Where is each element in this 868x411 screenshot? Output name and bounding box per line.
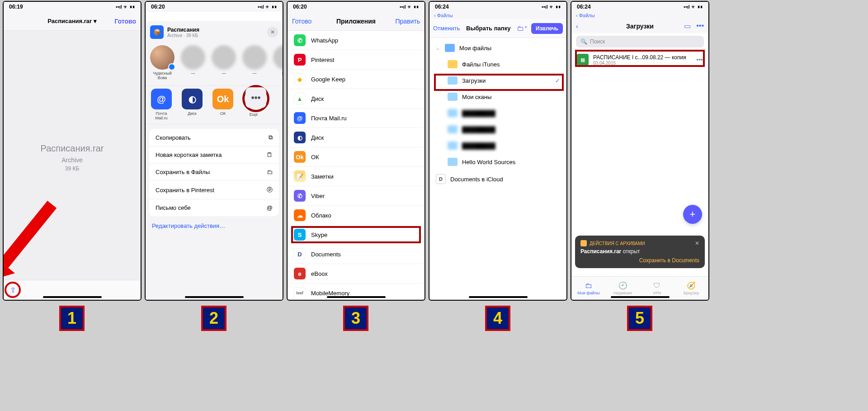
share-apps-row[interactable]: @Почта Mail.ru ◐Диск OkОК ••• Еще bbox=[146, 85, 283, 124]
action-mail-to-self[interactable]: Письмо себе@ bbox=[149, 199, 279, 216]
home-indicator[interactable] bbox=[469, 296, 528, 298]
home-indicator[interactable] bbox=[611, 296, 670, 298]
contact-name: Чудесный Вова bbox=[150, 71, 175, 80]
folder-item[interactable]: Файлы iTunes bbox=[429, 56, 566, 72]
folder-item[interactable]: Hello World Sources bbox=[429, 154, 566, 170]
app-item-documents[interactable]: DDocuments bbox=[288, 245, 425, 264]
header-title[interactable]: Расписания.rar ▾ bbox=[47, 18, 96, 24]
app-item-mobilememory[interactable]: leefMobileMemory bbox=[288, 283, 425, 301]
app-item-googlekeep[interactable]: ◆Google Keep bbox=[288, 70, 425, 89]
done-button[interactable]: Готово bbox=[114, 18, 136, 25]
app-mailru[interactable]: @Почта Mail.ru bbox=[150, 89, 173, 120]
app-item-mailru[interactable]: @Почта Mail.ru bbox=[288, 109, 425, 128]
app-more[interactable]: ••• Еще bbox=[242, 89, 265, 117]
app-list[interactable]: ✆WhatsApp PPinterest ◆Google Keep ▲Диск … bbox=[288, 31, 425, 301]
home-indicator[interactable] bbox=[43, 296, 102, 298]
disk-icon: ◐ bbox=[294, 132, 306, 143]
app-item-viber[interactable]: ✆Viber bbox=[288, 186, 425, 206]
back-chevron-icon[interactable]: ‹ bbox=[576, 23, 578, 30]
folder-item-blurred[interactable]: ████████ bbox=[429, 121, 566, 137]
tab-recent[interactable]: 🕘Недавние bbox=[609, 281, 637, 295]
screen-3: 06:20 ••ıl ᯤ ▮▮ Готово Приложения Правит… bbox=[287, 1, 425, 301]
app-item-googledrive[interactable]: ▲Диск bbox=[288, 89, 425, 109]
cancel-button[interactable]: Отменить bbox=[433, 25, 460, 32]
app-item-ok[interactable]: OkОК bbox=[288, 147, 425, 167]
action-save-to-files[interactable]: Сохранить в Файлы🗀 bbox=[149, 164, 279, 181]
toast-action-link[interactable]: Сохранить в Documents bbox=[580, 257, 699, 264]
contact-item[interactable]: — bbox=[242, 45, 267, 80]
app-item-notes[interactable]: 📝Заметки bbox=[288, 167, 425, 186]
done-button[interactable]: Готово bbox=[292, 18, 311, 25]
folder-item-downloads[interactable]: Загрузки✓ bbox=[429, 72, 566, 89]
back-breadcrumb[interactable]: ‹ Файлы bbox=[571, 12, 708, 19]
share-icon[interactable]: ⇪ bbox=[10, 286, 16, 294]
search-input[interactable]: 🔍 Поиск bbox=[576, 36, 704, 47]
contact-item[interactable]: 223 bbox=[273, 45, 283, 80]
close-icon[interactable]: ✕ bbox=[695, 240, 699, 246]
file-more-icon[interactable]: ••• bbox=[696, 56, 703, 63]
edit-button[interactable]: Править bbox=[395, 18, 420, 25]
fab-add-button[interactable]: + bbox=[683, 205, 702, 224]
folder-item-icloud[interactable]: DDocuments в iCloud bbox=[429, 170, 566, 188]
ok-icon: Ok bbox=[212, 89, 233, 109]
app-yandex-disk[interactable]: ◐Диск bbox=[181, 89, 203, 116]
app-item-pinterest[interactable]: PPinterest bbox=[288, 50, 425, 70]
at-icon: @ bbox=[267, 204, 273, 211]
contact-item[interactable]: Чудесный Вова bbox=[150, 45, 175, 80]
step-badge-1: 1 bbox=[59, 306, 85, 331]
app-item-yandexdisk[interactable]: ◐Диск bbox=[288, 128, 425, 147]
device-icon[interactable]: ▭ bbox=[684, 22, 691, 30]
status-indicators: ••ıl ᯤ ▮▮ bbox=[542, 4, 561, 9]
contact-item[interactable]: — bbox=[212, 45, 236, 80]
step-badge-2: 2 bbox=[201, 306, 226, 331]
more-icon: ••• bbox=[245, 87, 266, 108]
notes-icon: 📝 bbox=[294, 170, 306, 182]
close-button[interactable]: ✕ bbox=[267, 27, 278, 38]
step-badge-5: 5 bbox=[627, 306, 652, 331]
back-breadcrumb[interactable]: ‹ Файлы bbox=[429, 12, 566, 19]
status-bar: 06:20 ••ıl ᯤ ▮▮ bbox=[146, 2, 283, 12]
nav-header: Отменить Выбрать папку 🗀⁺ Извлечь bbox=[429, 19, 566, 38]
app-ok[interactable]: OkОК bbox=[212, 89, 234, 116]
status-time: 06:24 bbox=[435, 4, 449, 10]
screen-1: 06:19 ••ıl ᯤ ▮▮ Расписания.rar ▾ Готово … bbox=[3, 1, 142, 301]
folder-icon bbox=[448, 158, 458, 166]
folder-tree[interactable]: ⌄Мои файлы Файлы iTunes Загрузки✓ Мои ск… bbox=[429, 38, 566, 190]
app-item-cloud[interactable]: ☁Облако bbox=[288, 206, 425, 225]
action-copy[interactable]: Скопировать⧉ bbox=[149, 129, 279, 146]
plus-icon: + bbox=[690, 208, 696, 220]
note-icon: 🗒 bbox=[267, 151, 273, 158]
tab-vpn[interactable]: 🛡VPN bbox=[643, 282, 670, 295]
app-item-eboox[interactable]: eeBoox bbox=[288, 264, 425, 283]
extract-button[interactable]: Извлечь bbox=[531, 23, 563, 34]
status-bar: 06:20 ••ıl ᯤ ▮▮ bbox=[288, 2, 425, 12]
app-item-whatsapp[interactable]: ✆WhatsApp bbox=[288, 31, 425, 50]
home-indicator[interactable] bbox=[185, 296, 244, 298]
action-new-note[interactable]: Новая короткая заметка🗒 bbox=[149, 146, 279, 164]
documents-icloud-icon: D bbox=[436, 174, 446, 184]
folder-item[interactable]: Мои сканы bbox=[429, 89, 566, 105]
action-save-to-pinterest[interactable]: Сохранить в Pinterestⓟ bbox=[149, 181, 279, 199]
folder-root[interactable]: ⌄Мои файлы bbox=[429, 40, 566, 56]
folder-icon: 🗀 bbox=[585, 282, 592, 290]
edit-actions-link[interactable]: Редактировать действия… bbox=[146, 221, 283, 231]
more-icon[interactable]: ••• bbox=[696, 22, 704, 30]
folder-item-blurred[interactable]: ████████ bbox=[429, 105, 566, 121]
share-contacts-row[interactable]: Чудесный Вова — — — 223 bbox=[146, 43, 283, 85]
file-type: Archive bbox=[61, 156, 83, 164]
tab-my-files[interactable]: 🗀Мои файлы bbox=[575, 282, 602, 295]
share-title: Расписания bbox=[167, 27, 199, 33]
file-item[interactable]: ▦ РАСПИСАНИЕ I c...09.08.22 — копия 03.0… bbox=[571, 50, 708, 69]
cloud-icon: ☁ bbox=[294, 209, 306, 221]
status-indicators: ••ıl ᯤ ▮▮ bbox=[116, 4, 135, 9]
folder-icon bbox=[448, 60, 458, 68]
chevron-down-icon: ⌄ bbox=[436, 46, 439, 51]
contact-item[interactable]: — bbox=[181, 45, 205, 80]
folder-item-blurred[interactable]: ████████ bbox=[429, 137, 566, 154]
skype-icon: S bbox=[294, 229, 306, 241]
status-time: 06:20 bbox=[293, 4, 307, 10]
home-indicator[interactable] bbox=[327, 296, 386, 298]
app-item-skype[interactable]: SSkype bbox=[288, 225, 425, 245]
tab-browser[interactable]: 🧭Браузер bbox=[678, 281, 705, 295]
new-folder-icon[interactable]: 🗀⁺ bbox=[517, 24, 528, 33]
